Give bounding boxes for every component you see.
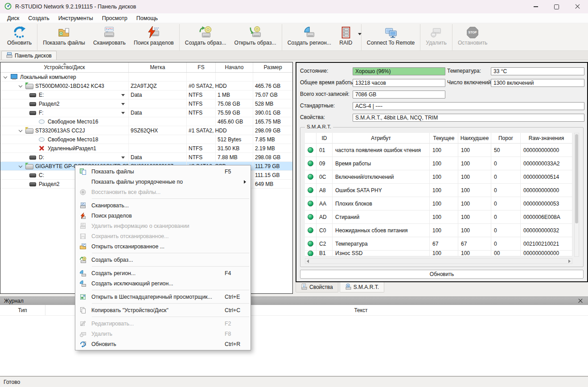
device-icon — [29, 181, 37, 187]
scroll-right-icon[interactable] — [568, 259, 571, 263]
device-tree-row[interactable]: Раздел2 NTFS 75.08 GB 528 MB — [0, 99, 292, 108]
device-tree-row[interactable]: D: Data NTFS 7.88 MB 298.08 GB — [0, 153, 292, 162]
menu-separator — [92, 317, 249, 317]
device-tree-row[interactable]: F: Data NTFS 75.59 GB 390.01 GB — [0, 108, 292, 117]
expander-chevron-icon[interactable] — [19, 83, 22, 87]
toolbar-button-create-image[interactable]: Создать образ... — [181, 24, 230, 47]
column-header-worst[interactable]: Наихудшее — [458, 133, 491, 144]
horizontal-scrollbar[interactable] — [305, 258, 572, 264]
toolbar-button-connect-remote[interactable]: Connect To Remote — [363, 24, 419, 47]
size-cell: 111.79 GB — [253, 162, 292, 171]
column-header-id[interactable]: ID — [317, 133, 333, 144]
column-header-start[interactable]: Начало — [216, 62, 253, 72]
start-cell: 1 MB — [216, 91, 253, 99]
menu-item-refresh[interactable]: Обновить Ctrl+R — [75, 339, 251, 349]
column-header-label[interactable]: Метка — [129, 62, 187, 72]
menu-item-edit: Редактировать... F2 — [75, 318, 251, 329]
column-header-current[interactable]: Текущее — [430, 133, 458, 144]
close-icon[interactable] — [567, 0, 588, 13]
current-cell: 100 — [430, 210, 458, 224]
toolbar-button-show-files[interactable]: Показать файлы — [39, 24, 89, 47]
column-header-size[interactable]: Размер — [253, 62, 292, 72]
raw-cell: 000000000032 — [521, 224, 572, 237]
toolbar-button-refresh[interactable]: Обновить — [3, 24, 36, 47]
device-tree-row[interactable]: Свободное Место16 465.60 GB 165.75 MB — [0, 117, 292, 126]
combo-dropdown-icon[interactable] — [121, 156, 125, 159]
attribute-cell: частота появления ошибок чтения — [333, 144, 430, 157]
column-header-type[interactable]: Тип — [0, 305, 45, 315]
column-header-fs[interactable]: FS — [187, 62, 216, 72]
menu-item-show-files-sorted-by[interactable]: Показать файлы упорядоченные по — [75, 177, 251, 187]
smart-table-row[interactable]: AD Стираний 100 100 0 0000006E008A — [305, 210, 572, 224]
device-tree-row[interactable]: ST500DM002-1BD142 KC43 Z2A9TJQZ #0 SATA2… — [0, 82, 292, 91]
current-cell: 100 — [430, 144, 458, 157]
smart-table-row[interactable]: C0 Неожиданных сбоев питания 100 100 0 0… — [305, 224, 572, 237]
scrollbar-thumb[interactable] — [575, 134, 578, 223]
worst-cell: 100 — [458, 197, 491, 210]
toolbar-button-open-image[interactable]: Открыть образ... — [230, 24, 280, 47]
minimize-icon[interactable] — [525, 0, 546, 13]
smart-table-header: ID Атрибут Текущее Наихудшее Порог Raw-з… — [305, 133, 572, 144]
column-header-raw[interactable]: Raw-значения — [521, 133, 572, 144]
toolbar-button-label: Показать файлы — [43, 40, 85, 46]
menu-item-find-partitions[interactable]: Поиск разделов — [75, 210, 251, 221]
menu-item-copy-device-disk[interactable]: Копировать "Устройство/Диск" Ctrl+C — [75, 305, 251, 315]
smart-table-row[interactable]: 01 частота появления ошибок чтения 100 1… — [305, 144, 572, 157]
column-header-threshold[interactable]: Порог — [491, 133, 521, 144]
toolbar-button-create-region[interactable]: Создать регион... — [284, 24, 335, 47]
toolbar-button-raid[interactable]: RAID — [335, 24, 360, 47]
device-tree-row[interactable]: E: Data NTFS 1 MB 75.07 GB — [0, 91, 292, 99]
combo-dropdown-icon[interactable] — [121, 103, 125, 105]
combo-dropdown-icon[interactable] — [121, 94, 125, 96]
expander-chevron-icon[interactable] — [19, 164, 22, 167]
menu-item-create-image[interactable]: Создать образ... — [75, 255, 251, 265]
raid-dropdown-icon[interactable] — [358, 33, 362, 35]
expander-chevron-icon[interactable] — [19, 128, 22, 132]
device-name: ST3320613AS CC2J — [35, 128, 85, 134]
id-cell: 0C — [317, 170, 333, 184]
smart-table-row[interactable]: 0C Включений/отключений 100 100 0 000000… — [305, 170, 572, 184]
tab-disk-panel[interactable]: Панель дисков — [1, 51, 57, 60]
device-tree-row[interactable]: Локальный компьютер — [0, 73, 292, 82]
smart-table-row[interactable]: AA Плохих блоков 100 100 0 000000000053 — [305, 197, 572, 210]
maximize-icon[interactable] — [546, 0, 567, 13]
toolbar-button-find-partitions[interactable]: Поиск разделов — [130, 24, 178, 47]
expander-chevron-icon[interactable] — [4, 74, 7, 78]
menu-item-create-exclusive-region[interactable]: Создать исключающий регион... — [75, 278, 251, 288]
menu-help[interactable]: Помощь — [132, 14, 162, 22]
smart-table-row[interactable]: 09 Время работы 100 100 0 0000000033A2 — [305, 157, 572, 170]
device-tree-row[interactable]: УдаленныйРаздел1 NTFS 31.50 KB 2.19 MB — [0, 144, 292, 153]
threshold-cell: 0 — [491, 224, 521, 237]
menu-disk[interactable]: Диск — [3, 14, 24, 22]
scroll-left-icon[interactable] — [307, 259, 309, 263]
menu-item-open-scan[interactable]: Открыть отсканированное ... — [75, 241, 251, 251]
toolbar-button-scan[interactable]: Сканировать — [89, 24, 130, 47]
smart-table-row[interactable]: A8 Ошибок SATA PHY 100 100 0 00000000000… — [305, 184, 572, 197]
open-scan-icon — [78, 243, 87, 250]
menu-tools[interactable]: Инструменты — [54, 14, 98, 22]
smart-table-row[interactable]: B1 Износ SSD 100 100 00 000000000000 — [305, 251, 572, 256]
device-name: D: — [39, 154, 44, 161]
worst-cell: 100 — [458, 170, 491, 184]
device-tree-row[interactable]: Свободное Место18 512 Bytes 7.85 MB — [0, 135, 292, 144]
tab-properties[interactable]: Свойства — [296, 282, 338, 292]
menu-create[interactable]: Создать — [24, 14, 54, 22]
id-cell: C0 — [317, 224, 333, 237]
menu-item-open-in-hex-viewer[interactable]: Открыть в Шестнадцатеричный просмотрщик.… — [75, 292, 251, 302]
vertical-scrollbar[interactable] — [574, 133, 579, 257]
menu-item-create-region[interactable]: Создать регион... F4 — [75, 268, 251, 278]
refresh-button[interactable]: Обновить — [300, 270, 584, 279]
menu-view[interactable]: Просмотр — [98, 14, 132, 22]
combo-dropdown-icon[interactable] — [121, 112, 125, 114]
worst-cell: 100 — [458, 144, 491, 157]
menu-item-show-files[interactable]: Показать файлы F5 — [75, 166, 251, 177]
device-tree-row[interactable]: ST3320613AS CC2J 9SZ62QHX #1 SATA2, HDD … — [0, 126, 292, 135]
column-header-device[interactable]: Устройство/Диск — [0, 62, 129, 72]
log-close-icon[interactable] — [577, 298, 584, 304]
column-header-attribute[interactable]: Атрибут — [333, 133, 430, 144]
menu-item-scan[interactable]: Сканировать... — [75, 200, 251, 210]
power-on-count-label: Число включений: — [447, 79, 493, 86]
tab-smart[interactable]: S S.M.A.R.T. — [340, 282, 384, 292]
smart-table-row[interactable]: C2 Температура 67 67 0 002100210021 — [305, 237, 572, 251]
attribute-cell: Плохих блоков — [333, 197, 430, 210]
